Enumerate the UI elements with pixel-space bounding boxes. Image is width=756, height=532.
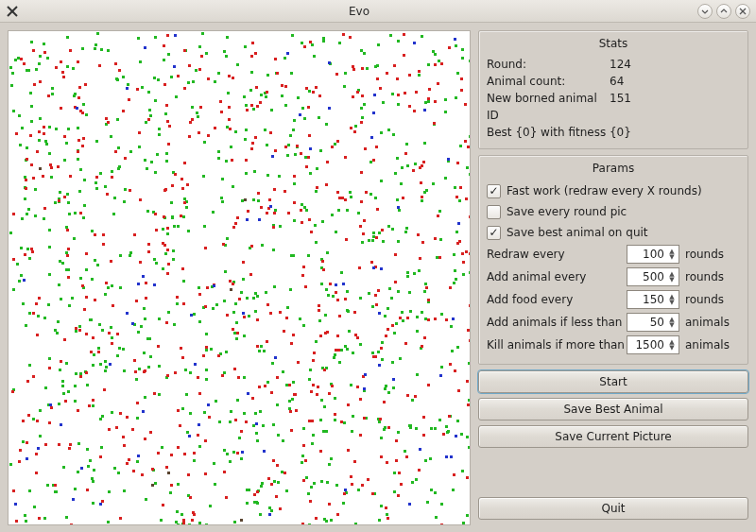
save-best-animal-button[interactable]: Save Best Animal (478, 398, 748, 420)
simulation-view (8, 30, 471, 525)
add-animal-suffix: rounds (685, 270, 724, 283)
stats-panel: Stats Round: 124 Animal count: 64 New bo… (478, 30, 748, 149)
new-animal-value: 151 (610, 90, 631, 124)
round-value: 124 (610, 56, 631, 73)
spinner-buttons-icon[interactable]: ▲▼ (667, 249, 677, 260)
round-label: Round: (487, 56, 610, 73)
window-title: Evo (25, 5, 694, 18)
best-fitness-line: Best {0} with fitness {0} (487, 124, 740, 141)
save-best-on-quit-checkbox[interactable] (487, 226, 501, 240)
kill-if-more-value: 1500 (631, 338, 664, 352)
add-if-less-value: 50 (631, 316, 664, 329)
animal-count-value: 64 (610, 73, 624, 90)
save-every-pic-label: Save every round pic (507, 205, 627, 218)
spinner-buttons-icon[interactable]: ▲▼ (667, 271, 677, 283)
start-button[interactable]: Start (478, 370, 748, 393)
save-every-pic-checkbox[interactable] (487, 205, 501, 219)
app-icon (6, 5, 19, 18)
add-if-less-label: Add animals if less than (487, 316, 627, 329)
quit-button[interactable]: Quit (478, 497, 748, 520)
kill-if-more-suffix: animals (685, 338, 730, 352)
save-best-on-quit-row[interactable]: Save best animal on quit (487, 222, 740, 243)
add-food-spinner[interactable]: 150 ▲▼ (627, 290, 679, 309)
save-current-picture-button[interactable]: Save Current Picture (478, 425, 748, 448)
kill-if-more-spinner[interactable]: 1500 ▲▼ (627, 335, 679, 354)
minimize-button[interactable] (697, 4, 713, 19)
spinner-buttons-icon[interactable]: ▲▼ (667, 294, 677, 305)
redraw-every-value: 100 (631, 248, 664, 261)
redraw-every-suffix: rounds (685, 248, 724, 261)
close-button[interactable] (735, 4, 750, 19)
add-food-value: 150 (631, 293, 664, 306)
kill-if-more-label: Kill animals if more than (487, 338, 627, 352)
new-animal-label: New borned animal ID (487, 90, 610, 124)
animal-count-label: Animal count: (487, 73, 610, 90)
fast-work-row[interactable]: Fast work (redraw every X rounds) (487, 180, 740, 201)
side-panel: Stats Round: 124 Animal count: 64 New bo… (478, 30, 748, 524)
add-if-less-suffix: animals (685, 316, 730, 329)
add-animal-label: Add animal every (487, 270, 627, 283)
add-food-label: Add food every (487, 293, 627, 306)
params-panel: Params Fast work (redraw every X rounds)… (478, 155, 748, 365)
add-if-less-spinner[interactable]: 50 ▲▼ (627, 313, 679, 332)
spinner-buttons-icon[interactable]: ▲▼ (667, 317, 677, 328)
maximize-button[interactable] (716, 4, 731, 19)
save-every-pic-row[interactable]: Save every round pic (487, 201, 740, 222)
add-animal-value: 500 (631, 270, 664, 283)
params-title: Params (487, 162, 740, 175)
simulation-canvas (9, 31, 470, 524)
redraw-every-label: Redraw every (487, 248, 627, 261)
save-best-on-quit-label: Save best animal on quit (507, 226, 648, 239)
add-animal-spinner[interactable]: 500 ▲▼ (627, 267, 679, 286)
redraw-every-spinner[interactable]: 100 ▲▼ (627, 245, 679, 264)
fast-work-label: Fast work (redraw every X rounds) (507, 184, 702, 197)
stats-title: Stats (487, 37, 740, 50)
titlebar: Evo (0, 0, 756, 23)
fast-work-checkbox[interactable] (487, 184, 501, 198)
add-food-suffix: rounds (685, 293, 724, 306)
spinner-buttons-icon[interactable]: ▲▼ (667, 339, 677, 351)
